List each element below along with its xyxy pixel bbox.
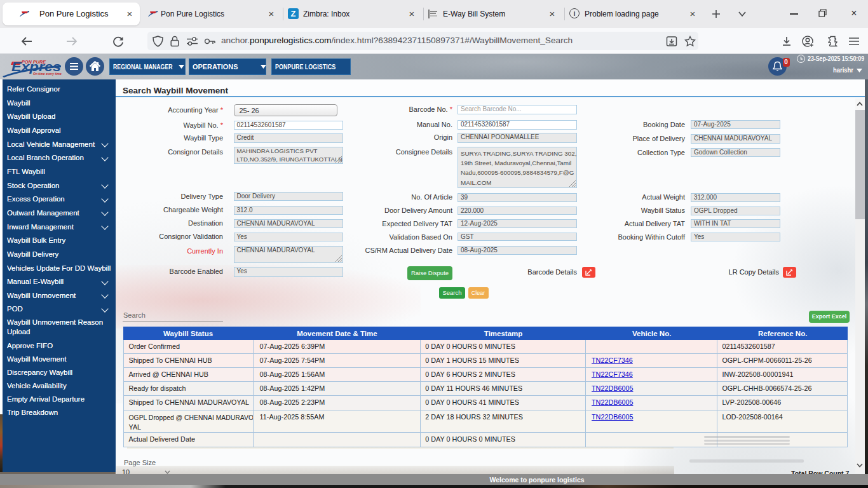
svg-text:On time every time: On time every time — [33, 72, 62, 76]
